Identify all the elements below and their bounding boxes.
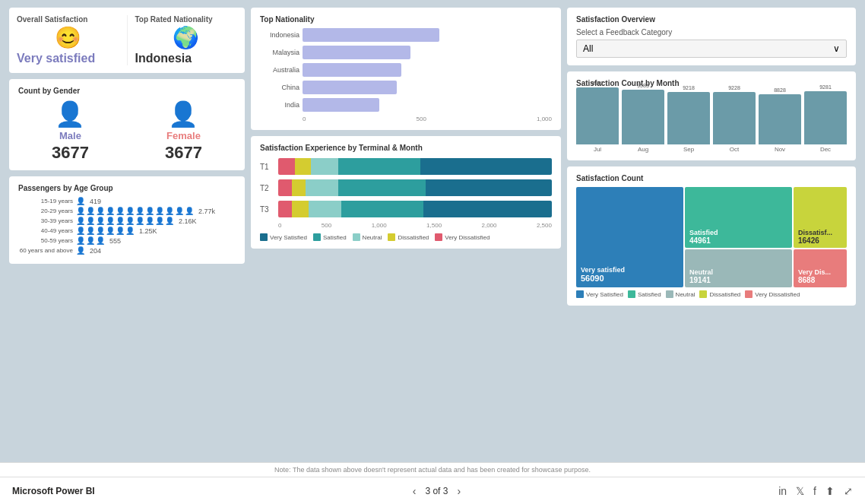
exp-legend-label: Satisfied <box>323 234 347 241</box>
axis-1000: 1,000 <box>537 116 552 122</box>
linkedin-icon[interactable]: in <box>778 485 787 497</box>
experience-title: Satisfaction Experience by Terminal & Mo… <box>260 144 552 152</box>
male-label: Male <box>59 130 81 141</box>
person-icon: 👤 <box>116 217 125 225</box>
month-bar <box>759 94 801 144</box>
age-icons: 👤👤👤 <box>76 236 105 245</box>
nat-bar-track <box>303 46 410 59</box>
age-count: 419 <box>90 198 101 205</box>
person-icon: 👤 <box>96 236 105 245</box>
nat-bar-label: India <box>260 101 299 109</box>
age-row: 20-29 years 👤👤👤👤👤👤👤👤👤👤👤👤 2.77k <box>18 207 236 215</box>
twitter-icon[interactable]: 𝕏 <box>796 485 804 497</box>
person-icon: 👤 <box>125 217 135 225</box>
male-item: 👤 Male 3677 <box>52 100 89 163</box>
person-icon: 👤 <box>145 207 154 215</box>
treemap-cell-satisfied: Satisfied44961 <box>685 187 792 248</box>
chevron-down-icon: ∨ <box>833 43 840 54</box>
month-bar <box>804 91 847 144</box>
share-icon[interactable]: ⬆ <box>825 485 835 497</box>
exp-legend-dot <box>353 233 360 241</box>
nat-bar-track <box>303 98 379 112</box>
treemap-legend-dot <box>628 290 635 298</box>
facebook-icon[interactable]: f <box>813 485 816 497</box>
age-label: 60 years and above <box>18 247 73 254</box>
nationality-bar-row: Malaysia <box>260 46 552 59</box>
treemap-legend-label: Neutral <box>676 291 695 298</box>
month-label: Dec <box>820 146 831 153</box>
age-count: 204 <box>90 247 101 255</box>
month-bar <box>576 87 619 144</box>
male-icon: 👤 <box>55 100 85 128</box>
age-row: 50-59 years 👤👤👤 555 <box>18 236 236 245</box>
right-column: Satisfaction Overview Select a Feedback … <box>567 8 856 114</box>
age-label: 50-59 years <box>18 237 73 244</box>
dashboard: Overall Satisfaction 😊 Very satisfied To… <box>0 0 865 504</box>
nationality-bar-row: Australia <box>260 63 552 77</box>
treemap-legend-dot <box>745 290 753 298</box>
exp-legend-label: Very Dissatisfied <box>445 234 490 241</box>
person-icon: 👤 <box>76 217 85 225</box>
age-title: Passengers by Age Group <box>18 184 236 192</box>
month-value: 9218 <box>683 85 695 90</box>
nationality-bars: Indonesia Malaysia Australia China India <box>260 28 552 112</box>
gender-title: Count by Gender <box>18 87 236 95</box>
person-icon: 👤 <box>76 246 85 255</box>
nat-bar-label: Indonesia <box>260 31 299 39</box>
card-nationality: Top Nationality Indonesia Malaysia Austr… <box>251 8 561 130</box>
treemap-value: 8688 <box>798 276 842 284</box>
treemap-legend-label: Very Dissatisfied <box>755 291 800 298</box>
person-icon: 👤 <box>135 207 144 215</box>
bottom-icons: in 𝕏 f ⬆ ⤢ <box>778 485 853 497</box>
treemap-label: Very satisfied <box>581 266 679 274</box>
exp-legend-item: Very Satisfied <box>260 233 307 241</box>
treemap-label: Dissatisf... <box>798 229 842 236</box>
gender-row: 👤 Male 3677 👤 Female 3677 <box>18 100 236 163</box>
person-icon: 👤 <box>125 207 135 215</box>
exp-segment <box>341 201 423 217</box>
card-gender: Count by Gender 👤 Male 3677 👤 Female 367… <box>9 79 245 170</box>
month-value: 8828 <box>774 87 786 93</box>
age-icons: 👤👤👤👤👤👤 <box>76 227 135 235</box>
treemap-legend-label: Satisfied <box>638 291 661 298</box>
nationality-title: Top Nationality <box>260 15 552 24</box>
card-experience: Satisfaction Experience by Terminal & Mo… <box>251 136 561 249</box>
prev-page-button[interactable]: ‹ <box>410 483 420 499</box>
person-icon: 👤 <box>96 227 105 235</box>
terminal-label: T1 <box>260 163 275 171</box>
age-row: 40-49 years 👤👤👤👤👤👤 1.25K <box>18 227 236 235</box>
person-icon: 👤 <box>106 217 115 225</box>
exp-segment <box>306 179 338 196</box>
person-icon: 👤 <box>165 217 174 225</box>
exp-bar <box>278 158 552 175</box>
next-page-button[interactable]: › <box>454 483 464 499</box>
experience-legend: Very Satisfied Satisfied Neutral Dissati… <box>260 233 552 241</box>
exp-segment <box>309 201 341 217</box>
treemap-legend-item: Very Dissatisfied <box>745 290 800 298</box>
treemap-label: Neutral <box>689 268 787 276</box>
person-icon: 👤 <box>165 207 174 215</box>
satisfaction-icon: 😊 <box>17 25 119 50</box>
month-label: Aug <box>638 146 648 153</box>
female-item: 👤 Female 3677 <box>165 100 202 163</box>
person-icon: 👤 <box>86 217 95 225</box>
treemap-cell-very-satisfied: Very satisfied56090 <box>576 187 683 287</box>
exp-segment <box>292 201 309 217</box>
month-value: 9583 <box>637 83 649 88</box>
month-label: Oct <box>730 146 739 153</box>
exp-axis-label: 2,500 <box>537 222 552 229</box>
expand-icon[interactable]: ⤢ <box>844 485 853 497</box>
treemap-legend-dot <box>666 290 673 298</box>
page-nav: ‹ 3 of 3 › <box>410 483 464 499</box>
exp-axis-label: 2,000 <box>482 222 497 229</box>
page-info: 3 of 3 <box>425 486 448 496</box>
person-icon: 👤 <box>155 207 164 215</box>
exp-legend-label: Neutral <box>363 234 382 241</box>
main-grid: Overall Satisfaction 😊 Very satisfied To… <box>0 0 865 462</box>
month-bar-column: 9228 Oct <box>713 85 756 153</box>
feedback-dropdown[interactable]: All ∨ <box>576 40 847 58</box>
age-count: 2.16K <box>179 217 197 225</box>
exp-legend-dot <box>260 233 268 241</box>
nat-bar-track <box>303 28 439 42</box>
age-row: 60 years and above 👤 204 <box>18 246 236 255</box>
